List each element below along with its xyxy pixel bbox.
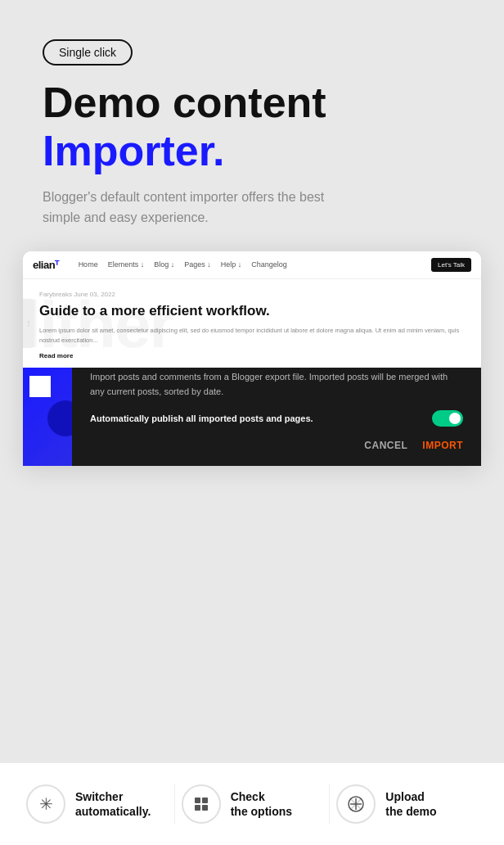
nav-pages: Pages ↓ bbox=[184, 260, 211, 269]
lets-talk-button[interactable]: Let's Talk bbox=[431, 258, 471, 272]
feature-options-label: Checkthe options bbox=[231, 789, 292, 819]
main-title: Demo content bbox=[43, 80, 461, 125]
badge-label: Single click bbox=[59, 46, 116, 59]
blog-area: lither ⋮ Farybreaks June 03, 2022 Guide … bbox=[23, 279, 481, 368]
feature-switcher-label: Switcherautomatically. bbox=[75, 789, 151, 819]
feature-item-upload: Uploadthe demo bbox=[329, 784, 484, 824]
main-subtitle: Importer. bbox=[43, 129, 461, 174]
svg-rect-2 bbox=[195, 805, 200, 811]
auto-publish-toggle[interactable] bbox=[432, 410, 463, 427]
nav-links: Home Elements ↓ Blog ↓ Pages ↓ Help ↓ Ch… bbox=[79, 260, 287, 269]
blog-title: Guide to a more efficient workflow. bbox=[39, 303, 465, 319]
svg-rect-1 bbox=[202, 798, 208, 803]
svg-rect-0 bbox=[195, 798, 200, 803]
upload-icon bbox=[336, 784, 376, 824]
browser-bar: elianᵀ Home Elements ↓ Blog ↓ Pages ↓ He… bbox=[23, 251, 481, 279]
description: Blogger's default content importer offer… bbox=[43, 188, 362, 228]
dialog-body: Import posts and comments from a Blogger… bbox=[90, 370, 463, 399]
switcher-icon: ✳ bbox=[26, 784, 65, 824]
options-icon bbox=[182, 784, 221, 824]
feature-item-options: Checkthe options bbox=[174, 784, 330, 824]
import-dialog: Import content Import posts and comments… bbox=[72, 368, 481, 466]
read-more-link[interactable]: Read more bbox=[39, 352, 465, 359]
lither-bg-text: lither bbox=[23, 287, 481, 363]
preview-card: elianᵀ Home Elements ↓ Blog ↓ Pages ↓ He… bbox=[23, 251, 481, 466]
toggle-row: Automatically publish all imported posts… bbox=[90, 410, 463, 427]
cancel-button[interactable]: CANCEL bbox=[364, 440, 407, 451]
nav-help: Help ↓ bbox=[221, 260, 242, 269]
toggle-label: Automatically publish all imported posts… bbox=[90, 413, 313, 423]
browser-logo: elianᵀ bbox=[33, 259, 59, 271]
nav-elements: Elements ↓ bbox=[108, 260, 145, 269]
feature-bar: ✳ Switcherautomatically. Checkthe option… bbox=[0, 763, 504, 845]
feature-item-switcher: ✳ Switcherautomatically. bbox=[20, 784, 174, 824]
svg-rect-3 bbox=[202, 805, 208, 811]
dialog-actions: CANCEL IMPORT bbox=[90, 440, 463, 451]
browser-nav: elianᵀ Home Elements ↓ Blog ↓ Pages ↓ He… bbox=[33, 258, 471, 272]
blog-meta: Farybreaks June 03, 2022 bbox=[39, 291, 465, 298]
shape-sq1 bbox=[29, 376, 51, 397]
nav-home: Home bbox=[79, 260, 98, 269]
blog-text: Lorem ipsum dolor sit amet, consectetur … bbox=[39, 326, 465, 346]
nav-blog: Blog ↓ bbox=[154, 260, 174, 269]
nav-changelog: Changelog bbox=[251, 260, 287, 269]
badge: Single click bbox=[43, 39, 133, 66]
sidebar-toggle[interactable]: ⋮ bbox=[23, 299, 34, 348]
top-section: Single click Demo content Importer. Blog… bbox=[0, 0, 504, 251]
feature-upload-label: Uploadthe demo bbox=[385, 789, 436, 819]
preview-colorful: Import content Import posts and comments… bbox=[23, 368, 481, 466]
import-button[interactable]: IMPORT bbox=[422, 440, 463, 451]
